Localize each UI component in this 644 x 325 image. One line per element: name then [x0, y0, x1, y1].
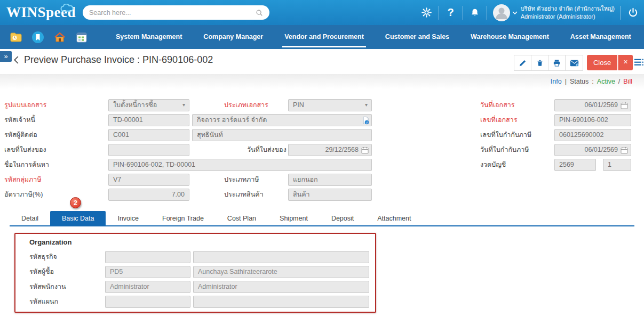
search-icon[interactable]	[256, 9, 263, 17]
field-tax-rate[interactable]: 7.00	[108, 189, 189, 201]
field-contact-code[interactable]: C001	[108, 129, 189, 141]
nav-item-warehouse-management[interactable]: Warehouse Management	[460, 25, 560, 49]
tab-foreign-trade[interactable]: Foreign Trade	[150, 211, 216, 226]
field-delivery-no[interactable]	[108, 144, 189, 156]
close-x-button[interactable]: ×	[618, 55, 633, 70]
field-goods-type[interactable]: สินค้า	[288, 189, 372, 201]
field-tax-invoice-date[interactable]: 06/01/2569	[554, 144, 631, 156]
field-tax-invoice-no[interactable]: 060125690002	[554, 129, 631, 141]
print-button[interactable]	[548, 55, 566, 70]
field-contact-name[interactable]: สุทธินันท์	[192, 129, 372, 141]
user-silhouette-icon	[493, 4, 510, 21]
user-info[interactable]: บริษัท ตัวอย่าง จำกัด (สำนักงานใหญ่) Adm…	[521, 5, 615, 20]
bookmark-icon[interactable]	[31, 31, 44, 44]
vendor-code-value: TD-00001	[109, 115, 189, 126]
doc-no-value: PIN-690106-002	[555, 115, 631, 126]
chevron-down-icon[interactable]	[512, 11, 518, 14]
tax-invoice-no-value: 060125690002	[555, 129, 631, 141]
tab-cost-plan[interactable]: Cost Plan	[216, 211, 268, 226]
field-department-name[interactable]	[193, 296, 369, 308]
expand-sidebar-button[interactable]: »	[0, 51, 12, 62]
field-employee-name[interactable]: Administrator	[193, 281, 369, 293]
label-doc-format: รูปแบบเอกสาร	[4, 99, 46, 111]
status-colon: :	[592, 78, 593, 85]
trash-icon	[536, 59, 544, 67]
contact-code-value: C001	[109, 129, 189, 141]
printer-icon	[553, 59, 561, 67]
tab-invoice[interactable]: Invoice	[106, 211, 150, 226]
field-purchaser-code[interactable]: PD5	[105, 266, 190, 278]
field-tax-type[interactable]: แยกนอก	[288, 174, 372, 186]
pencil-icon	[519, 59, 527, 67]
doc-info-icon[interactable]: i	[361, 116, 370, 125]
field-doc-type[interactable]: PIN ▾	[288, 99, 372, 111]
calendar-field-icon[interactable]	[621, 147, 628, 154]
edit-button[interactable]	[514, 55, 531, 70]
field-business-name[interactable]	[193, 251, 369, 263]
field-doc-format[interactable]: ใบตั้งหนี้การซื้อ ▾	[108, 99, 189, 111]
list-menu-icon[interactable]	[634, 59, 644, 66]
field-doc-no[interactable]: PIN-690106-002	[554, 114, 631, 126]
recent-documents-icon[interactable]	[10, 31, 22, 44]
notifications-button[interactable]	[469, 7, 481, 19]
organization-section-title: Organization	[29, 238, 71, 246]
dropdown-caret-icon[interactable]: ▾	[182, 102, 185, 108]
field-business-code[interactable]	[105, 251, 190, 263]
label-vendor-code: รหัสเจ้าหนี้	[4, 114, 35, 126]
field-purchaser-name[interactable]: Aunchaya Sathirateerarote	[193, 266, 369, 278]
status-label: Status	[570, 78, 589, 85]
tab-shipment[interactable]: Shipment	[268, 211, 320, 226]
top-header-bar: WINSpeed	[0, 0, 644, 25]
field-tax-group[interactable]: V7	[108, 174, 189, 186]
delete-button[interactable]	[531, 55, 548, 70]
calendar-icon[interactable]	[75, 31, 88, 44]
search-input[interactable]	[89, 9, 256, 17]
status-active-badge: Active	[597, 78, 615, 85]
tab-attachment[interactable]: Attachment	[365, 211, 423, 226]
label-tax-type: ประเภทภาษี	[224, 174, 259, 186]
field-period-no[interactable]: 1	[603, 159, 631, 171]
settings-button[interactable]	[421, 7, 433, 19]
home-icon[interactable]	[53, 31, 66, 44]
field-employee-code[interactable]: Administrator	[105, 281, 190, 293]
nav-item-asset-management[interactable]: Asset Management	[560, 25, 642, 49]
avatar[interactable]	[493, 4, 510, 21]
label-contact-code: รหัสผู้ติดต่อ	[4, 129, 37, 141]
nav-item-cash-management[interactable]: Cash Management	[642, 25, 644, 49]
tab-basic-data[interactable]: Basic Data	[50, 211, 106, 226]
divider	[621, 6, 621, 20]
calendar-field-icon[interactable]	[621, 102, 628, 109]
tab-deposit[interactable]: Deposit	[320, 211, 365, 226]
label-delivery-no: เลขที่ใบส่งของ	[4, 144, 46, 156]
dropdown-caret-icon[interactable]: ▾	[365, 102, 368, 108]
label-tax-rate: อัตราภาษี(%)	[4, 189, 43, 201]
nav-item-customer-and-sales[interactable]: Customer and Sales	[375, 25, 460, 49]
field-vendor-code[interactable]: TD-00001	[108, 114, 189, 126]
field-doc-date[interactable]: 06/01/2569	[554, 99, 631, 111]
nav-item-system-management[interactable]: System Management	[105, 25, 193, 49]
logout-button[interactable]	[627, 7, 639, 19]
tab-detail[interactable]: Detail	[10, 211, 50, 226]
back-icon[interactable]	[14, 56, 19, 64]
label-tax-invoice-no: เลขที่ใบกำกับภาษี	[480, 129, 531, 141]
field-vendor-name[interactable]: กิจถาวร ฮาร์ดแวร์ จำกัด i	[192, 114, 372, 126]
status-slash: /	[618, 78, 620, 85]
email-button[interactable]	[566, 55, 583, 70]
field-search-name[interactable]: PIN-690106-002, TD-00001	[108, 159, 372, 171]
field-delivery-date[interactable]: 29/12/2568	[288, 144, 372, 156]
calendar-field-icon[interactable]	[361, 147, 369, 154]
global-search[interactable]	[83, 5, 269, 20]
nav-item-vendor-and-procurement[interactable]: Vendor and Procurement	[274, 25, 375, 49]
contact-name-value: สุทธินันท์	[193, 129, 371, 141]
field-department-code[interactable]	[105, 296, 190, 308]
field-period-year[interactable]: 2569	[554, 159, 596, 171]
app-logo[interactable]: WINSpeed	[6, 4, 76, 21]
nav-item-company-manager[interactable]: Company Manager	[193, 25, 274, 49]
info-link[interactable]: Info	[551, 78, 562, 85]
user-company: บริษัท ตัวอย่าง จำกัด (สำนักงานใหญ่)	[521, 5, 615, 12]
close-button[interactable]: Close	[587, 55, 617, 70]
divider	[487, 6, 487, 20]
page-title: Preview Purchase Invoice : PIN-690106-00…	[24, 54, 213, 66]
help-button[interactable]: ?	[445, 7, 457, 19]
label-purchaser-code: รหัสผู้ซื้อ	[29, 266, 54, 278]
